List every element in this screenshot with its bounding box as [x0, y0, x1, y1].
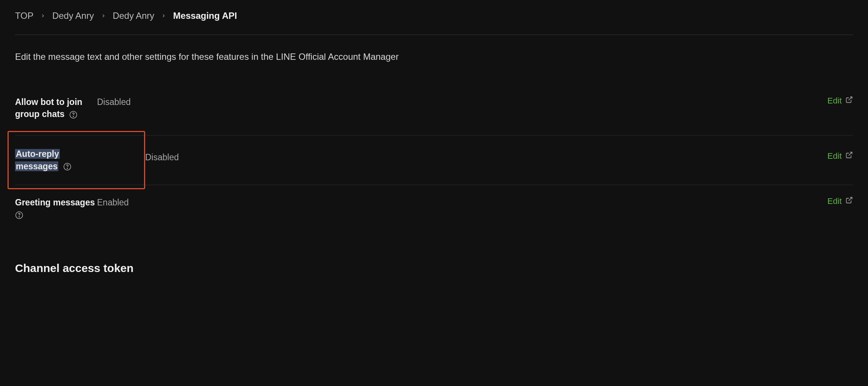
external-link-icon	[845, 151, 853, 161]
external-link-icon	[845, 96, 853, 106]
section-title-channel-access-token: Channel access token	[15, 262, 853, 275]
svg-point-7	[19, 217, 19, 217]
breadcrumb-item-current: Messaging API	[173, 11, 237, 21]
breadcrumb-item-provider[interactable]: Dedy Anry	[52, 11, 94, 21]
highlighted-label-line1: Auto-reply	[15, 149, 60, 159]
edit-link-greeting[interactable]: Edit	[827, 196, 853, 206]
edit-link-text: Edit	[827, 151, 842, 161]
edit-link-text: Edit	[827, 96, 842, 106]
highlighted-label-line2: messages	[15, 161, 58, 171]
setting-value-auto-reply: Disabled	[145, 135, 853, 163]
setting-row-auto-reply: Auto-reply messages Disabled Edit	[15, 135, 853, 185]
chevron-right-icon	[161, 13, 166, 18]
page-description: Edit the message text and other settings…	[15, 52, 853, 62]
external-link-icon	[845, 196, 853, 206]
svg-point-1	[73, 116, 73, 117]
setting-label-greeting: Greeting messages	[15, 196, 97, 220]
edit-link-text: Edit	[827, 196, 842, 206]
setting-row-allow-bot: Allow bot to join group chats Disabled E…	[15, 85, 853, 135]
chevron-right-icon	[101, 13, 106, 18]
breadcrumb-item-channel[interactable]: Dedy Anry	[113, 11, 155, 21]
help-icon[interactable]	[69, 111, 77, 119]
setting-label-auto-reply: Auto-reply messages	[15, 148, 97, 172]
setting-label-text: Greeting messages	[15, 198, 95, 207]
setting-label-allow-bot: Allow bot to join group chats	[15, 96, 97, 120]
chevron-right-icon	[40, 13, 46, 18]
edit-link-auto-reply[interactable]: Edit	[827, 151, 853, 161]
help-icon[interactable]	[63, 163, 71, 171]
svg-point-4	[67, 168, 67, 169]
highlighted-annotation-box: Auto-reply messages	[8, 131, 145, 189]
svg-line-2	[848, 97, 852, 100]
svg-line-8	[848, 197, 852, 201]
help-icon[interactable]	[15, 211, 23, 219]
edit-link-allow-bot[interactable]: Edit	[827, 96, 853, 106]
setting-value-greeting: Enabled	[97, 196, 853, 208]
settings-group: Allow bot to join group chats Disabled E…	[15, 85, 853, 236]
svg-line-5	[848, 152, 852, 156]
breadcrumb: TOP Dedy Anry Dedy Anry Messaging API	[15, 11, 853, 35]
setting-value-allow-bot: Disabled	[97, 96, 853, 108]
breadcrumb-item-top[interactable]: TOP	[15, 11, 33, 21]
setting-row-greeting: Greeting messages Enabled Edit	[15, 185, 853, 236]
